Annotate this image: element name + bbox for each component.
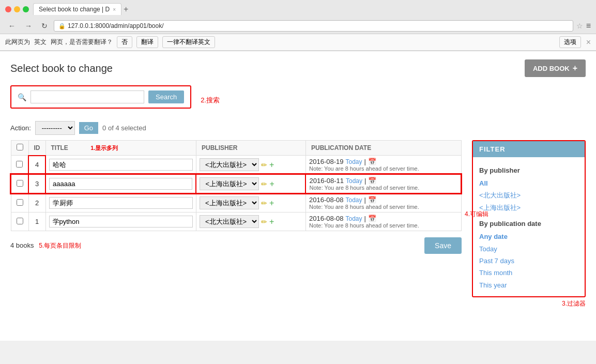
table-header: ID TITLE 1.显示多列 PUBLISHER PUBLICATION DA…	[11, 141, 461, 156]
window-controls	[5, 6, 29, 12]
filter-publisher-all[interactable]: All	[479, 177, 578, 189]
row-2-pencil-icon[interactable]: ✏	[261, 199, 267, 207]
editable-annotation: 4.可编辑	[465, 210, 488, 219]
translate-lang: 英文	[34, 38, 47, 47]
row-1-calendar-icon[interactable]: 📅	[368, 215, 376, 222]
action-select[interactable]: ---------	[35, 121, 75, 135]
filter-section: FILTER By publisher All <北大出版社> <上海出版社> …	[472, 140, 586, 308]
row-1-plus-icon[interactable]: +	[269, 217, 274, 226]
forward-button[interactable]: →	[22, 21, 35, 31]
row-1-publisher-select[interactable]: <北大出版社> <上海出版社>	[200, 215, 259, 228]
filter-publisher-shanghai[interactable]: <上海出版社>	[479, 202, 578, 214]
page-header: Select book to change ADD BOOK +	[10, 59, 586, 77]
row-2-date: 2016-08-08	[309, 196, 344, 204]
row-4-publisher-select[interactable]: <北大出版社> <上海出版社>	[200, 158, 259, 171]
filter-date-7days[interactable]: Past 7 days	[479, 255, 578, 267]
book-count: 4 books	[10, 241, 34, 249]
back-button[interactable]: ←	[5, 21, 19, 31]
save-button[interactable]: Save	[424, 237, 462, 254]
row-3-checkbox-cell	[11, 174, 28, 193]
row-1-date: 2016-08-08	[309, 215, 344, 222]
row-checkbox-cell	[11, 156, 28, 175]
filter-date-today[interactable]: Today	[479, 243, 578, 255]
header-id-col[interactable]: ID	[28, 141, 45, 156]
translate-never-button[interactable]: 一律不翻译英文	[162, 36, 215, 48]
search-input[interactable]	[30, 90, 144, 103]
row-2-plus-icon[interactable]: +	[269, 199, 274, 208]
books-table: ID TITLE 1.显示多列 PUBLISHER PUBLICATION DA…	[10, 140, 462, 231]
row-3-checkbox[interactable]	[17, 180, 23, 187]
row-3-title-input[interactable]	[49, 178, 192, 190]
refresh-button[interactable]: ↻	[38, 21, 51, 31]
row-2-checkbox[interactable]	[17, 199, 23, 206]
bookmark-icon[interactable]: ☆	[576, 22, 583, 30]
page-content: Select book to change ADD BOOK + 🔍 Searc…	[0, 51, 596, 341]
row-1-title-cell	[45, 213, 196, 231]
row-2-today-link[interactable]: Today	[345, 196, 362, 204]
row-4-pencil-icon[interactable]: ✏	[261, 161, 267, 169]
search-container: 🔍 Search	[10, 85, 191, 109]
row-2-publisher-cell: <上海出版社> <北大出版社> ✏ +	[196, 193, 305, 213]
row-4-calendar-icon[interactable]: 📅	[368, 158, 376, 165]
row-2-title-cell	[45, 193, 196, 213]
row-3-pencil-icon[interactable]: ✏	[261, 180, 267, 188]
translate-options-button[interactable]: 选项	[559, 36, 581, 48]
browser-chrome: Select book to change | D × + ← → ↻ 🔒 12…	[0, 0, 596, 51]
translate-yes-button[interactable]: 翻译	[136, 36, 158, 48]
selected-count: 0 of 4 selected	[102, 124, 146, 132]
row-1-checkbox[interactable]	[17, 218, 23, 224]
filter-date-month[interactable]: This month	[479, 267, 578, 279]
translate-no-button[interactable]: 否	[117, 36, 132, 48]
header-date-col[interactable]: PUBLICATION DATE	[305, 141, 461, 156]
row-3-today-link[interactable]: Today	[346, 177, 362, 185]
row-4-plus-icon[interactable]: +	[269, 160, 274, 170]
row-2-calendar-icon[interactable]: 📅	[368, 196, 376, 204]
row-4-title-input[interactable]	[49, 159, 193, 171]
row-3-plus-icon[interactable]: +	[269, 179, 274, 189]
new-tab-button[interactable]: +	[124, 5, 128, 14]
url-text: 127.0.0.1:8000/admin/app01/book/	[68, 22, 569, 29]
filter-publisher-beida[interactable]: <北大出版社>	[479, 189, 578, 201]
row-4-date: 2016-08-19	[309, 158, 344, 165]
header-publisher-col[interactable]: PUBLISHER	[196, 141, 305, 156]
filter-annotation: 3.过滤器	[472, 299, 586, 308]
active-tab[interactable]: Select book to change | D ×	[33, 3, 121, 15]
action-label: Action:	[10, 124, 31, 132]
search-button[interactable]: Search	[148, 90, 184, 103]
header-title-col[interactable]: TITLE 1.显示多列	[45, 141, 196, 156]
translate-question: 网页，是否需要翻译？	[51, 38, 113, 47]
maximize-dot[interactable]	[23, 6, 29, 12]
row-3-id-cell: 3	[28, 174, 45, 193]
row-1-pencil-icon[interactable]: ✏	[261, 218, 267, 226]
per-page-annotation: 5.每页条目限制	[39, 242, 81, 249]
row-3-id: 3	[35, 180, 39, 188]
row-1-today-link[interactable]: Today	[345, 215, 362, 222]
row-3-publisher-select[interactable]: <上海出版社> <北大出版社>	[200, 177, 259, 190]
plus-icon: +	[573, 64, 577, 73]
close-dot[interactable]	[5, 6, 11, 12]
row-3-calendar-icon[interactable]: 📅	[368, 177, 376, 185]
cols-annotation: 1.显示多列	[90, 145, 118, 151]
row-2-publisher-select[interactable]: <上海出版社> <北大出版社>	[200, 196, 259, 209]
tab-close-icon[interactable]: ×	[113, 7, 116, 12]
row-2-title-input[interactable]	[49, 197, 193, 209]
row-1-note: Note: You are 8 hours ahead of server ti…	[309, 222, 458, 229]
select-all-checkbox[interactable]	[17, 144, 23, 150]
row-3-separator: |	[364, 177, 366, 185]
row-4-today-link[interactable]: Today	[345, 158, 362, 165]
go-button[interactable]: Go	[79, 122, 98, 134]
row-4-checkbox[interactable]	[16, 161, 23, 168]
filter-date-year[interactable]: This year	[479, 279, 578, 291]
add-book-button[interactable]: ADD BOOK +	[525, 59, 586, 77]
filter-date-any[interactable]: Any date	[479, 231, 578, 242]
menu-icon[interactable]: ≡	[586, 21, 591, 31]
table-row: 3 <上海出版社> <北大出版社> ✏	[11, 174, 461, 193]
row-1-separator: |	[364, 215, 366, 222]
translate-close-icon[interactable]: ×	[586, 38, 591, 47]
row-1-title-input[interactable]	[49, 216, 193, 228]
address-bar[interactable]: 🔒 127.0.0.1:8000/admin/app01/book/	[54, 20, 573, 32]
row-2-id: 2	[35, 199, 39, 207]
row-4-separator: |	[364, 158, 366, 165]
row-3-note: Note: You are 8 hours ahead of server ti…	[309, 185, 457, 191]
minimize-dot[interactable]	[14, 6, 20, 12]
